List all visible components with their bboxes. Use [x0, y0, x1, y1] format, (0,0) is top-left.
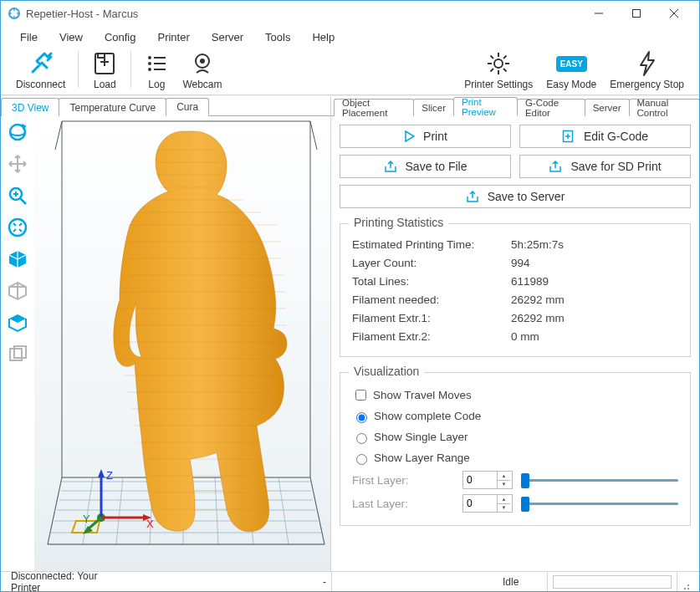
first-layer-slider[interactable]: [521, 472, 678, 488]
disconnect-button[interactable]: Disconnect: [9, 48, 72, 90]
orbit-tool-icon[interactable]: [6, 120, 29, 144]
first-layer-spinner[interactable]: ▲▼: [462, 471, 513, 489]
easy-mode-button[interactable]: EASY Easy Mode: [539, 48, 603, 90]
toolbar-separator: [130, 51, 131, 88]
save-for-sd-label: Save for SD Print: [570, 160, 661, 173]
printing-statistics-title: Printing Statistics: [349, 216, 448, 229]
first-layer-input[interactable]: [463, 474, 497, 486]
visualization-group: Visualization Show Travel Moves Show com…: [340, 372, 691, 526]
menu-help[interactable]: Help: [301, 28, 345, 47]
maximize-button[interactable]: [617, 1, 655, 26]
title-bar: Repetier-Host - Marcus: [1, 1, 699, 26]
spinner-down-icon[interactable]: ▼: [498, 504, 510, 513]
webcam-icon: [190, 48, 215, 79]
plug-icon: [27, 48, 55, 79]
export-icon: [549, 160, 562, 173]
svg-text:X: X: [146, 518, 154, 530]
spinner-down-icon[interactable]: ▼: [498, 481, 510, 489]
save-to-server-button[interactable]: Save to Server: [340, 185, 691, 208]
svg-marker-56: [98, 469, 105, 477]
save-for-sd-button[interactable]: Save for SD Print: [519, 155, 691, 178]
tab-cura[interactable]: Cura: [166, 98, 209, 116]
right-tabs: Object Placement Slicer Print Preview G-…: [331, 96, 699, 116]
front-view-icon[interactable]: [6, 279, 29, 303]
svg-point-13: [200, 59, 205, 64]
zoom-tool-icon[interactable]: [6, 184, 29, 207]
load-label: Load: [94, 79, 116, 90]
bolt-icon: [636, 48, 659, 79]
show-layer-range-label: Show Layer Range: [374, 452, 470, 464]
save-to-file-button[interactable]: Save to File: [340, 155, 511, 178]
left-tabs: 3D View Temperature Curve Cura: [1, 96, 330, 116]
status-connection: Disconnected: Your Printer: [6, 572, 115, 591]
iso-view-icon[interactable]: [6, 248, 29, 271]
tab-3d-view[interactable]: 3D View: [1, 98, 59, 116]
tab-slicer[interactable]: Slicer: [413, 99, 454, 116]
fit-tool-icon[interactable]: [6, 216, 29, 239]
svg-rect-71: [687, 588, 689, 589]
menu-printer[interactable]: Printer: [146, 28, 200, 47]
last-layer-slider[interactable]: [521, 495, 678, 512]
close-button[interactable]: [655, 1, 692, 26]
menu-view[interactable]: View: [49, 28, 94, 47]
minimize-button[interactable]: [580, 1, 617, 26]
show-travel-moves-label: Show Travel Moves: [373, 389, 472, 401]
toolbar-separator: [78, 51, 79, 88]
pan-tool-icon[interactable]: [6, 152, 29, 176]
export-icon: [384, 160, 397, 173]
view-toolbar: [1, 116, 34, 571]
show-complete-code-radio[interactable]: [356, 412, 367, 423]
gear-icon: [485, 48, 512, 79]
left-panel: 3D View Temperature Curve Cura: [1, 96, 331, 571]
stat-row: Filament needed:26292 mm: [352, 291, 678, 309]
svg-point-10: [148, 68, 151, 71]
3d-viewport[interactable]: Z X Y: [34, 116, 330, 571]
export-icon: [466, 190, 479, 203]
edit-icon: [562, 130, 575, 143]
top-view-icon[interactable]: [6, 311, 29, 334]
svg-rect-68: [687, 584, 689, 586]
svg-line-21: [503, 56, 507, 59]
parallel-view-icon[interactable]: [6, 343, 29, 366]
edit-gcode-button[interactable]: Edit G-Code: [519, 125, 691, 148]
main-toolbar: Disconnect Load Log Webcam Printer Setti…: [1, 48, 699, 95]
tab-temperature-curve[interactable]: Temperature Curve: [59, 98, 166, 116]
disconnect-label: Disconnect: [16, 79, 65, 90]
menu-server[interactable]: Server: [201, 28, 254, 47]
printer-settings-label: Printer Settings: [464, 79, 533, 90]
main-split: 3D View Temperature Curve Cura: [1, 95, 699, 571]
emergency-stop-label: Emergency Stop: [610, 79, 684, 90]
load-button[interactable]: Load: [84, 48, 125, 90]
printer-settings-button[interactable]: Printer Settings: [457, 48, 539, 90]
webcam-button[interactable]: Webcam: [176, 48, 228, 90]
last-layer-spinner[interactable]: ▲▼: [462, 494, 513, 513]
log-button[interactable]: Log: [137, 48, 176, 90]
show-single-layer-radio[interactable]: [356, 433, 367, 444]
canvas-area: Z X Y: [1, 116, 330, 571]
log-icon: [144, 48, 169, 79]
menu-bar: File View Config Printer Server Tools He…: [1, 26, 699, 48]
show-layer-range-radio[interactable]: [356, 454, 367, 465]
svg-text:Z: Z: [106, 469, 113, 482]
tab-gcode-editor[interactable]: G-Code Editor: [517, 99, 585, 116]
emergency-stop-button[interactable]: Emergency Stop: [603, 48, 691, 90]
stat-row: Estimated Printing Time:5h:25m:7s: [352, 236, 678, 254]
resize-grip-icon[interactable]: [677, 572, 694, 591]
last-layer-input[interactable]: [463, 498, 497, 509]
menu-file[interactable]: File: [9, 28, 49, 47]
print-button[interactable]: Print: [340, 125, 511, 148]
spinner-up-icon[interactable]: ▲: [498, 472, 510, 481]
tab-server[interactable]: Server: [585, 99, 630, 116]
svg-rect-2: [632, 10, 640, 18]
spinner-up-icon[interactable]: ▲: [498, 495, 510, 504]
show-travel-moves-checkbox[interactable]: [355, 390, 366, 401]
svg-text:Y: Y: [83, 513, 90, 525]
menu-config[interactable]: Config: [94, 28, 147, 47]
tab-object-placement[interactable]: Object Placement: [334, 99, 414, 116]
svg-line-22: [491, 69, 494, 72]
save-to-file-label: Save to File: [406, 160, 468, 173]
tab-print-preview[interactable]: Print Preview: [453, 97, 518, 116]
menu-tools[interactable]: Tools: [254, 28, 301, 47]
tab-manual-control[interactable]: Manual Control: [629, 99, 701, 116]
visualization-title: Visualization: [349, 365, 424, 378]
